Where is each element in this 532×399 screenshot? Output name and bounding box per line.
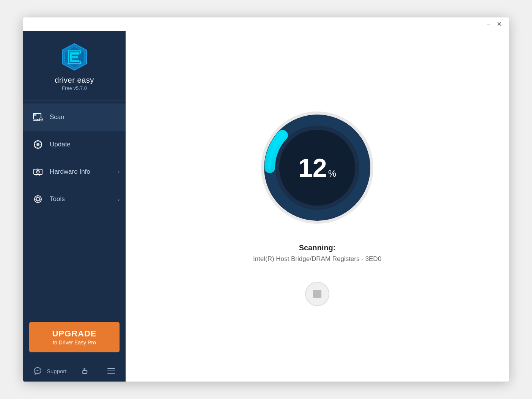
- scan-label: Scan: [50, 113, 65, 121]
- svg-point-33: [39, 370, 39, 371]
- scan-status: Scanning: Intel(R) Host Bridge/DRAM Regi…: [253, 243, 381, 263]
- title-bar: − ✕: [23, 17, 509, 31]
- scanning-device: Intel(R) Host Bridge/DRAM Registers - 3E…: [253, 255, 381, 263]
- progress-value-display: 12 %: [298, 153, 336, 182]
- progress-percent: %: [328, 168, 336, 179]
- app-window: − ✕ driver easy Free v5.7.0: [23, 17, 509, 382]
- upgrade-button[interactable]: UPGRADE to Driver Easy Pro: [29, 322, 120, 352]
- svg-point-32: [37, 370, 38, 371]
- main-content: 12 % Scanning: Intel(R) Host Bridge/DRAM…: [126, 31, 509, 382]
- stop-icon: [313, 290, 321, 298]
- upgrade-line1: UPGRADE: [52, 329, 96, 339]
- scanning-label: Scanning:: [253, 243, 381, 252]
- update-icon: [32, 139, 44, 150]
- upgrade-line2: to Driver Easy Pro: [53, 339, 96, 346]
- app-name: driver easy: [55, 76, 94, 85]
- svg-point-10: [36, 143, 39, 146]
- app-version: Free v5.7.0: [62, 85, 87, 91]
- tools-label: Tools: [50, 195, 65, 203]
- sidebar-bottom[interactable]: Support: [23, 360, 126, 382]
- like-icon: [79, 366, 90, 376]
- tools-icon: [32, 193, 44, 205]
- close-button[interactable]: ✕: [494, 19, 504, 30]
- hardware-info-label: Hardware Info: [50, 168, 90, 176]
- support-label: Support: [47, 368, 67, 374]
- update-label: Update: [50, 141, 71, 148]
- sidebar-item-tools[interactable]: Tools ›: [23, 185, 126, 213]
- sidebar-item-scan[interactable]: Scan: [23, 104, 126, 131]
- sidebar-logo: driver easy Free v5.7.0: [23, 31, 126, 101]
- hardware-info-arrow: ›: [118, 169, 120, 175]
- sidebar-item-hardware-info[interactable]: Hardware Info ›: [23, 158, 126, 185]
- hardware-info-icon: [32, 166, 44, 178]
- support-chat-icon: [32, 366, 43, 376]
- sidebar: driver easy Free v5.7.0: [23, 31, 126, 382]
- stop-button[interactable]: [305, 282, 329, 306]
- sidebar-nav: Scan: [23, 101, 126, 316]
- svg-point-21: [38, 171, 39, 173]
- menu-icon: [106, 366, 116, 376]
- progress-circle-container: 12 %: [257, 107, 378, 228]
- minimize-button[interactable]: −: [483, 19, 494, 30]
- main-layout: driver easy Free v5.7.0: [23, 31, 509, 382]
- progress-number: 12: [298, 153, 327, 182]
- sidebar-item-update[interactable]: Update: [23, 131, 126, 158]
- svg-rect-26: [36, 198, 39, 201]
- tools-arrow: ›: [118, 196, 120, 202]
- svg-point-31: [36, 370, 37, 371]
- svg-rect-3: [34, 114, 36, 116]
- scan-icon: [32, 112, 44, 123]
- app-logo-icon: [59, 42, 90, 72]
